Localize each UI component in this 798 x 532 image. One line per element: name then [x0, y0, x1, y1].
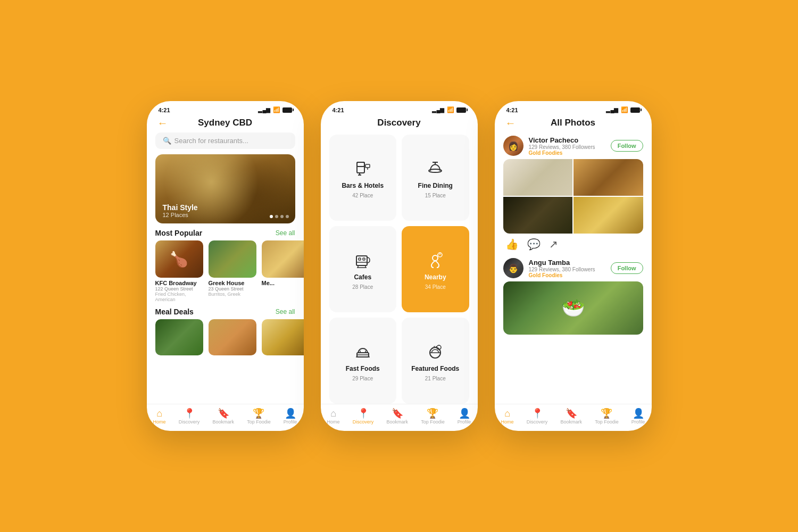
bookmark-icon-3: 🔖 — [566, 409, 577, 418]
topfoodie-icon-2: 🏆 — [427, 409, 438, 418]
nav-discovery-2[interactable]: 📍 Discovery — [353, 409, 374, 425]
nav-bookmark-3[interactable]: 🔖 Bookmark — [560, 409, 582, 425]
food-photo-grid-1 — [503, 159, 643, 234]
restaurant-card-kfc[interactable]: 🍗 KFC Broadway 122 Queen Street Fried Ch… — [155, 240, 203, 302]
svg-rect-4 — [365, 164, 370, 168]
most-popular-header: Most Popular See all — [147, 223, 304, 240]
profile-icon-1: 👤 — [285, 409, 296, 418]
nav-bookmark-2[interactable]: 🔖 Bookmark — [386, 409, 408, 425]
wifi-icon-2: 📶 — [447, 106, 454, 113]
nav-home-1[interactable]: ⌂ Home — [153, 409, 166, 425]
nav-topfoodie-label-1: Top Foodie — [247, 419, 271, 425]
svg-rect-1 — [357, 162, 364, 167]
like-icon-1[interactable]: 👍 — [505, 238, 519, 251]
meal-card-2[interactable] — [209, 319, 256, 355]
meal-card-1[interactable] — [155, 319, 203, 355]
bookmark-icon-2: 🔖 — [392, 409, 403, 418]
nearby-count: 34 Place — [425, 284, 446, 290]
avatar-img-angu: 👨 — [503, 258, 523, 278]
most-popular-see-all[interactable]: See all — [276, 229, 295, 237]
back-button-3[interactable]: ← — [505, 117, 516, 129]
nav-topfoodie-3[interactable]: 🏆 Top Foodie — [595, 409, 619, 425]
restaurant-img-extra — [262, 240, 304, 278]
dot-1 — [270, 215, 273, 218]
restaurant-name-greek: Greek House — [209, 280, 256, 286]
nav-profile-2[interactable]: 👤 Profile — [458, 409, 471, 425]
nav-topfoodie-2[interactable]: 🏆 Top Foodie — [421, 409, 445, 425]
nav-topfoodie-label-3: Top Foodie — [595, 419, 619, 425]
bottom-nav-3: ⌂ Home 📍 Discovery 🔖 Bookmark 🏆 Top Food… — [495, 404, 652, 431]
discovery-icon-1: 📍 — [184, 409, 195, 418]
discovery-card-nearby[interactable]: Nearby 34 Place — [402, 226, 469, 312]
user-row-angu: 👨 Angu Tamba 129 Reviews, 380 Followers … — [495, 255, 652, 281]
nav-discovery-1[interactable]: 📍 Discovery — [179, 409, 200, 425]
nav-bookmark-label-3: Bookmark — [560, 419, 582, 425]
discovery-card-bars[interactable]: Bars & Hotels 42 Place — [329, 135, 397, 221]
avatar-angu: 👨 — [503, 258, 523, 278]
phone-sydney-cbd: 4:21 ▂▄▆ 📶 ← Sydney CBD 🔍 Search for res… — [147, 101, 304, 431]
search-bar-1[interactable]: 🔍 Search for restaurants... — [155, 132, 295, 149]
bookmark-icon-1: 🔖 — [218, 409, 229, 418]
discovery-icon-3: 📍 — [531, 409, 543, 418]
discovery-card-fastfoods[interactable]: Fast Foods 29 Place — [329, 318, 397, 404]
fastfoods-count: 29 Place — [352, 376, 373, 381]
battery-icon-3 — [630, 107, 640, 113]
discovery-card-dining[interactable]: Fine Dining 15 Place — [402, 135, 469, 221]
nav-topfoodie-1[interactable]: 🏆 Top Foodie — [247, 409, 271, 425]
svg-rect-0 — [357, 162, 364, 173]
search-icon-1: 🔍 — [163, 137, 171, 145]
meal-card-3[interactable] — [262, 319, 304, 355]
hero-image-inner: Thai Style 12 Places — [155, 154, 295, 223]
svg-point-16 — [433, 255, 438, 261]
dot-4 — [286, 215, 289, 218]
hero-title: Thai Style — [163, 203, 198, 212]
nav-bookmark-label-1: Bookmark — [212, 419, 234, 425]
back-button-1[interactable]: ← — [157, 117, 168, 129]
bars-count: 42 Place — [352, 193, 373, 198]
nav-profile-label-1: Profile — [284, 419, 297, 425]
signal-icon-3: ▂▄▆ — [606, 107, 618, 113]
discovery-grid: Bars & Hotels 42 Place Fine Dining 15 Pl… — [321, 135, 478, 404]
follow-button-angu[interactable]: Follow — [611, 262, 643, 274]
page-title-3: All Photos — [551, 118, 595, 128]
restaurant-name-extra: Me... — [262, 280, 304, 286]
restaurant-row: 🍗 KFC Broadway 122 Queen Street Fried Ch… — [147, 240, 304, 302]
fastfoods-icon — [352, 340, 373, 362]
user-name-victor: Victor Pacheco — [529, 136, 605, 144]
comment-icon-1[interactable]: 💬 — [527, 238, 541, 251]
discovery-card-cafes[interactable]: Cafes 28 Place — [329, 226, 397, 312]
profile-icon-3: 👤 — [633, 409, 644, 418]
nav-home-label-2: Home — [327, 419, 340, 425]
nav-home-2[interactable]: ⌂ Home — [327, 409, 340, 425]
discovery-card-featured[interactable]: Featured Foods 21 Place — [402, 318, 469, 404]
status-bar-1: 4:21 ▂▄▆ 📶 — [147, 101, 304, 115]
restaurant-img-greek — [209, 240, 256, 278]
svg-rect-11 — [363, 258, 365, 260]
restaurant-type-kfc: Fried Chicken, American — [155, 292, 203, 302]
photo-cell-1 — [503, 159, 573, 196]
nav-bookmark-1[interactable]: 🔖 Bookmark — [212, 409, 234, 425]
follow-button-victor[interactable]: Follow — [611, 140, 643, 152]
restaurant-card-extra[interactable]: Me... — [262, 240, 304, 302]
bars-name: Bars & Hotels — [342, 182, 384, 189]
share-icon-1[interactable]: ↗ — [549, 238, 558, 251]
wifi-icon-1: 📶 — [273, 106, 280, 113]
restaurant-card-greek[interactable]: Greek House 23 Queen Street Burritos, Gr… — [209, 240, 256, 302]
nav-profile-3[interactable]: 👤 Profile — [631, 409, 645, 425]
featured-name: Featured Foods — [411, 365, 459, 372]
user-info-angu: Angu Tamba 129 Reviews, 380 Followers Go… — [529, 259, 605, 278]
nav-topfoodie-label-2: Top Foodie — [421, 419, 445, 425]
nearby-name: Nearby — [425, 273, 446, 281]
meal-deals-see-all[interactable]: See all — [276, 308, 295, 315]
nav-home-3[interactable]: ⌂ Home — [501, 409, 514, 425]
bars-icon — [352, 157, 373, 179]
nav-discovery-label-2: Discovery — [353, 419, 374, 425]
svg-rect-10 — [359, 258, 361, 260]
nearby-icon — [425, 249, 446, 270]
restaurant-addr-kfc: 122 Queen Street — [155, 286, 203, 292]
topfoodie-icon-3: 🏆 — [601, 409, 612, 418]
nav-profile-label-2: Profile — [458, 419, 471, 425]
nav-discovery-3[interactable]: 📍 Discovery — [527, 409, 548, 425]
cafes-count: 28 Place — [352, 284, 373, 290]
nav-profile-1[interactable]: 👤 Profile — [284, 409, 297, 425]
